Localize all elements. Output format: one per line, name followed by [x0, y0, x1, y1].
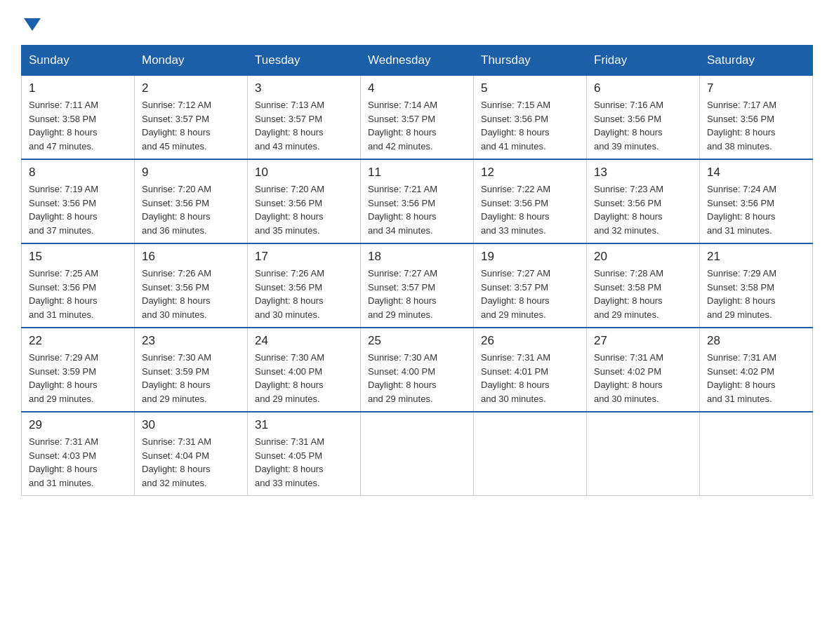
day-number: 22 [29, 334, 127, 348]
day-of-week-header: Friday [587, 46, 700, 75]
calendar-day-cell: 29 Sunrise: 7:31 AMSunset: 4:03 PMDaylig… [22, 412, 135, 496]
day-number: 1 [29, 81, 127, 95]
logo [21, 14, 41, 31]
calendar-day-cell: 4 Sunrise: 7:14 AMSunset: 3:57 PMDayligh… [361, 75, 474, 159]
calendar-day-cell [700, 412, 813, 496]
calendar-week-row: 1 Sunrise: 7:11 AMSunset: 3:58 PMDayligh… [22, 75, 813, 159]
day-info: Sunrise: 7:29 AMSunset: 3:58 PMDaylight:… [707, 268, 776, 320]
day-number: 13 [594, 166, 692, 180]
day-number: 3 [255, 81, 353, 95]
day-info: Sunrise: 7:25 AMSunset: 3:56 PMDaylight:… [29, 268, 98, 320]
day-info: Sunrise: 7:29 AMSunset: 3:59 PMDaylight:… [29, 352, 98, 404]
calendar-week-row: 8 Sunrise: 7:19 AMSunset: 3:56 PMDayligh… [22, 159, 813, 243]
calendar-day-cell: 30 Sunrise: 7:31 AMSunset: 4:04 PMDaylig… [135, 412, 248, 496]
calendar-day-cell: 7 Sunrise: 7:17 AMSunset: 3:56 PMDayligh… [700, 75, 813, 159]
calendar-day-cell: 2 Sunrise: 7:12 AMSunset: 3:57 PMDayligh… [135, 75, 248, 159]
calendar-day-cell [474, 412, 587, 496]
logo-arrow-icon [24, 18, 41, 31]
page-header [21, 14, 813, 31]
day-info: Sunrise: 7:16 AMSunset: 3:56 PMDaylight:… [594, 100, 663, 152]
day-number: 7 [707, 81, 805, 95]
day-number: 19 [481, 250, 579, 264]
day-of-week-header: Monday [135, 46, 248, 75]
calendar-header-row: SundayMondayTuesdayWednesdayThursdayFrid… [22, 46, 813, 75]
day-info: Sunrise: 7:31 AMSunset: 4:05 PMDaylight:… [255, 436, 324, 488]
calendar-day-cell: 1 Sunrise: 7:11 AMSunset: 3:58 PMDayligh… [22, 75, 135, 159]
day-number: 17 [255, 250, 353, 264]
day-info: Sunrise: 7:27 AMSunset: 3:57 PMDaylight:… [368, 268, 437, 320]
calendar-day-cell: 14 Sunrise: 7:24 AMSunset: 3:56 PMDaylig… [700, 159, 813, 243]
day-info: Sunrise: 7:30 AMSunset: 4:00 PMDaylight:… [368, 352, 437, 404]
day-number: 29 [29, 418, 127, 432]
day-info: Sunrise: 7:21 AMSunset: 3:56 PMDaylight:… [368, 184, 437, 236]
calendar-day-cell: 13 Sunrise: 7:23 AMSunset: 3:56 PMDaylig… [587, 159, 700, 243]
day-number: 14 [707, 166, 805, 180]
day-info: Sunrise: 7:11 AMSunset: 3:58 PMDaylight:… [29, 100, 98, 152]
day-of-week-header: Saturday [700, 46, 813, 75]
calendar-day-cell: 12 Sunrise: 7:22 AMSunset: 3:56 PMDaylig… [474, 159, 587, 243]
day-number: 28 [707, 334, 805, 348]
calendar-day-cell [361, 412, 474, 496]
day-number: 4 [368, 81, 466, 95]
calendar-day-cell: 25 Sunrise: 7:30 AMSunset: 4:00 PMDaylig… [361, 328, 474, 412]
calendar-day-cell: 28 Sunrise: 7:31 AMSunset: 4:02 PMDaylig… [700, 328, 813, 412]
day-info: Sunrise: 7:31 AMSunset: 4:02 PMDaylight:… [707, 352, 776, 404]
calendar-day-cell: 8 Sunrise: 7:19 AMSunset: 3:56 PMDayligh… [22, 159, 135, 243]
calendar-day-cell: 26 Sunrise: 7:31 AMSunset: 4:01 PMDaylig… [474, 328, 587, 412]
day-number: 26 [481, 334, 579, 348]
calendar-table: SundayMondayTuesdayWednesdayThursdayFrid… [21, 45, 813, 496]
day-info: Sunrise: 7:12 AMSunset: 3:57 PMDaylight:… [142, 100, 211, 152]
day-number: 10 [255, 166, 353, 180]
day-number: 6 [594, 81, 692, 95]
day-number: 5 [481, 81, 579, 95]
calendar-day-cell: 5 Sunrise: 7:15 AMSunset: 3:56 PMDayligh… [474, 75, 587, 159]
day-number: 12 [481, 166, 579, 180]
day-info: Sunrise: 7:15 AMSunset: 3:56 PMDaylight:… [481, 100, 550, 152]
day-info: Sunrise: 7:27 AMSunset: 3:57 PMDaylight:… [481, 268, 550, 320]
day-info: Sunrise: 7:19 AMSunset: 3:56 PMDaylight:… [29, 184, 98, 236]
day-info: Sunrise: 7:23 AMSunset: 3:56 PMDaylight:… [594, 184, 663, 236]
calendar-day-cell: 11 Sunrise: 7:21 AMSunset: 3:56 PMDaylig… [361, 159, 474, 243]
calendar-day-cell [587, 412, 700, 496]
day-info: Sunrise: 7:17 AMSunset: 3:56 PMDaylight:… [707, 100, 776, 152]
day-number: 18 [368, 250, 466, 264]
day-number: 25 [368, 334, 466, 348]
day-number: 23 [142, 334, 240, 348]
day-info: Sunrise: 7:30 AMSunset: 4:00 PMDaylight:… [255, 352, 324, 404]
calendar-day-cell: 19 Sunrise: 7:27 AMSunset: 3:57 PMDaylig… [474, 243, 587, 328]
day-number: 9 [142, 166, 240, 180]
calendar-week-row: 29 Sunrise: 7:31 AMSunset: 4:03 PMDaylig… [22, 412, 813, 496]
calendar-day-cell: 15 Sunrise: 7:25 AMSunset: 3:56 PMDaylig… [22, 243, 135, 328]
calendar-week-row: 15 Sunrise: 7:25 AMSunset: 3:56 PMDaylig… [22, 243, 813, 328]
calendar-day-cell: 22 Sunrise: 7:29 AMSunset: 3:59 PMDaylig… [22, 328, 135, 412]
day-info: Sunrise: 7:30 AMSunset: 3:59 PMDaylight:… [142, 352, 211, 404]
calendar-day-cell: 27 Sunrise: 7:31 AMSunset: 4:02 PMDaylig… [587, 328, 700, 412]
calendar-day-cell: 6 Sunrise: 7:16 AMSunset: 3:56 PMDayligh… [587, 75, 700, 159]
day-info: Sunrise: 7:14 AMSunset: 3:57 PMDaylight:… [368, 100, 437, 152]
day-info: Sunrise: 7:24 AMSunset: 3:56 PMDaylight:… [707, 184, 776, 236]
day-of-week-header: Tuesday [248, 46, 361, 75]
calendar-day-cell: 23 Sunrise: 7:30 AMSunset: 3:59 PMDaylig… [135, 328, 248, 412]
day-info: Sunrise: 7:31 AMSunset: 4:02 PMDaylight:… [594, 352, 663, 404]
day-number: 24 [255, 334, 353, 348]
day-info: Sunrise: 7:13 AMSunset: 3:57 PMDaylight:… [255, 100, 324, 152]
day-of-week-header: Thursday [474, 46, 587, 75]
day-info: Sunrise: 7:31 AMSunset: 4:01 PMDaylight:… [481, 352, 550, 404]
day-number: 27 [594, 334, 692, 348]
day-number: 31 [255, 418, 353, 432]
day-info: Sunrise: 7:31 AMSunset: 4:04 PMDaylight:… [142, 436, 211, 488]
day-number: 21 [707, 250, 805, 264]
day-info: Sunrise: 7:26 AMSunset: 3:56 PMDaylight:… [142, 268, 211, 320]
calendar-day-cell: 9 Sunrise: 7:20 AMSunset: 3:56 PMDayligh… [135, 159, 248, 243]
logo-top [21, 14, 41, 31]
day-number: 16 [142, 250, 240, 264]
day-number: 15 [29, 250, 127, 264]
calendar-day-cell: 31 Sunrise: 7:31 AMSunset: 4:05 PMDaylig… [248, 412, 361, 496]
day-info: Sunrise: 7:26 AMSunset: 3:56 PMDaylight:… [255, 268, 324, 320]
calendar-day-cell: 16 Sunrise: 7:26 AMSunset: 3:56 PMDaylig… [135, 243, 248, 328]
day-info: Sunrise: 7:22 AMSunset: 3:56 PMDaylight:… [481, 184, 550, 236]
calendar-day-cell: 20 Sunrise: 7:28 AMSunset: 3:58 PMDaylig… [587, 243, 700, 328]
calendar-week-row: 22 Sunrise: 7:29 AMSunset: 3:59 PMDaylig… [22, 328, 813, 412]
calendar-day-cell: 10 Sunrise: 7:20 AMSunset: 3:56 PMDaylig… [248, 159, 361, 243]
day-info: Sunrise: 7:28 AMSunset: 3:58 PMDaylight:… [594, 268, 663, 320]
